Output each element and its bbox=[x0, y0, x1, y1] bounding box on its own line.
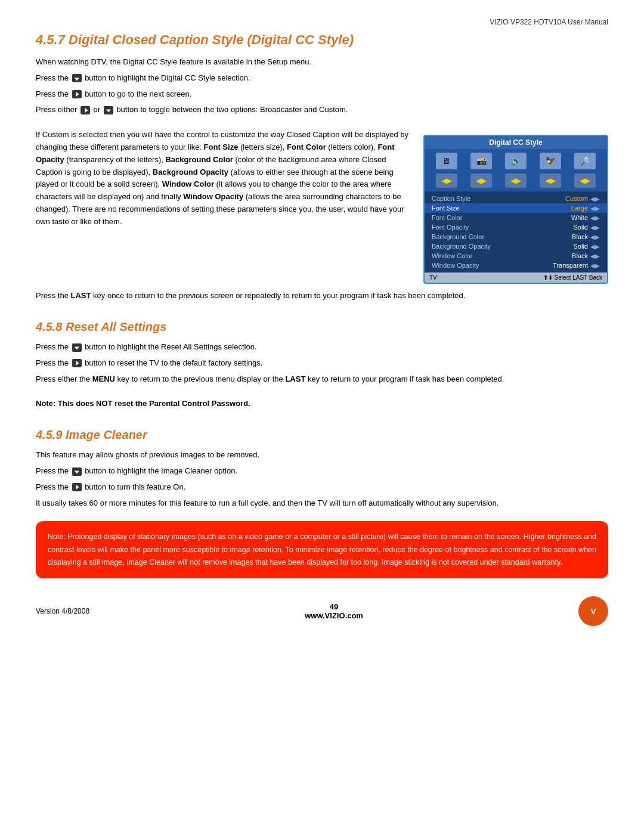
tv-icon-1: 🖥 bbox=[436, 153, 457, 169]
header-title: VIZIO VP322 HDTV10A User Manual bbox=[36, 18, 608, 26]
menu-font-color: Font Color White ◀▶ bbox=[425, 213, 607, 222]
section-457-p2: Press the button to highlight the Digita… bbox=[36, 72, 608, 85]
menu-window-color: Window Color Black ◀▶ bbox=[425, 251, 607, 261]
footer-page: 49 bbox=[305, 602, 363, 611]
tv-icons-row2: ◀▶ ◀▶ ◀▶ ◀▶ ◀▶ bbox=[425, 172, 607, 191]
tv-footer: TV ⬆⬇ Select LAST Back bbox=[425, 272, 607, 283]
tv-icon2-3: ◀▶ bbox=[505, 174, 527, 188]
footer: Version 4/8/2008 49 www.VIZIO.com V bbox=[36, 596, 608, 626]
tv-icon-3: 🔈 bbox=[505, 153, 527, 169]
section-459-p3: Press the button to turn this feature On… bbox=[36, 481, 608, 494]
section-458-note: Note: This does NOT reset the Parental C… bbox=[36, 398, 608, 410]
tv-footer-left: TV bbox=[429, 274, 437, 281]
tv-icon-2: 📸 bbox=[470, 153, 492, 169]
tv-icons-row1: 🖥 📸 🔈 🦅 🔎 bbox=[425, 149, 607, 172]
tv-panel: Digital CC Style 🖥 📸 🔈 🦅 🔎 ◀▶ ◀▶ ◀▶ ◀▶ ◀… bbox=[423, 135, 608, 284]
tv-panel-title: Digital CC Style bbox=[425, 136, 607, 149]
tv-icon2-2: ◀▶ bbox=[470, 174, 492, 188]
vizio-logo: V bbox=[578, 596, 608, 626]
menu-background-opacity: Background Opacity Solid ◀▶ bbox=[425, 241, 607, 251]
menu-font-size: Font Size Large ◀▶ bbox=[425, 203, 607, 213]
section-457-p1: When watching DTV, the Digital CC Style … bbox=[36, 56, 608, 69]
tv-icon-4: 🦅 bbox=[540, 153, 561, 169]
section-457-p3: Press the button to go to the next scree… bbox=[36, 88, 608, 101]
footer-version: Version 4/8/2008 bbox=[36, 607, 89, 615]
section-457-heading: 4.5.7 Digital Closed Caption Style (Digi… bbox=[36, 32, 608, 48]
tv-icon-5: 🔎 bbox=[574, 153, 596, 169]
menu-caption-style: Caption Style Custom ◀▶ bbox=[425, 194, 607, 203]
section-457-p4: Press either or button to toggle between… bbox=[36, 104, 608, 116]
footer-website: www.VIZIO.com bbox=[305, 611, 363, 620]
tv-icon2-4: ◀▶ bbox=[540, 174, 561, 188]
section-457-text: If Custom is selected then you will have… bbox=[36, 129, 411, 231]
tv-menu: Caption Style Custom ◀▶ Font Size Large … bbox=[425, 191, 607, 272]
menu-font-opacity: Font Opacity Solid ◀▶ bbox=[425, 222, 607, 232]
section-459-p4: It usually takes 60 or more minutes for … bbox=[36, 497, 608, 510]
section-459-p1: This feature may allow ghosts of previou… bbox=[36, 449, 608, 462]
section-459-p2: Press the button to highlight the Image … bbox=[36, 465, 608, 478]
section-459-heading: 4.5.9 Image Cleaner bbox=[36, 428, 608, 442]
section-458-p1: Press the button to highlight the Reset … bbox=[36, 341, 608, 354]
section-458-p3: Press either the MENU key to return to t… bbox=[36, 373, 608, 386]
menu-background-color: Background Color Black ◀▶ bbox=[425, 232, 607, 241]
section-458-p2: Press the button to reset the TV to the … bbox=[36, 357, 608, 370]
note-box: Note: Prolonged display of stationary im… bbox=[36, 521, 608, 578]
section-457-last: Press the LAST key once to return to the… bbox=[36, 290, 608, 302]
section-458-heading: 4.5.8 Reset All Settings bbox=[36, 320, 608, 334]
tv-footer-right: ⬆⬇ Select LAST Back bbox=[543, 274, 602, 281]
menu-window-opacity: Window Opacity Transparent ◀▶ bbox=[425, 261, 607, 270]
tv-icon2-1: ◀▶ bbox=[436, 174, 457, 188]
tv-icon2-5: ◀▶ bbox=[574, 174, 596, 188]
